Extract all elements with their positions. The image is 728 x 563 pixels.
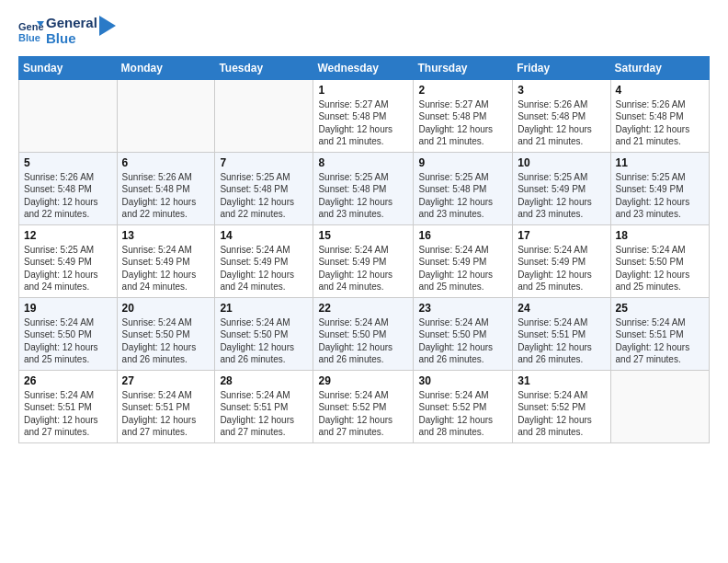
day-info: Sunrise: 5:27 AMSunset: 5:48 PMDaylight:…: [418, 98, 507, 148]
calendar-cell: 16Sunrise: 5:24 AMSunset: 5:49 PMDayligh…: [414, 224, 513, 297]
day-header-thursday: Thursday: [414, 56, 513, 79]
calendar-cell: 31Sunrise: 5:24 AMSunset: 5:52 PMDayligh…: [513, 370, 610, 442]
calendar-cell: 20Sunrise: 5:24 AMSunset: 5:50 PMDayligh…: [117, 297, 215, 370]
day-info: Sunrise: 5:25 AMSunset: 5:48 PMDaylight:…: [220, 171, 308, 221]
day-info: Sunrise: 5:24 AMSunset: 5:50 PMDaylight:…: [418, 316, 507, 366]
day-number: 22: [318, 302, 408, 315]
calendar-week-row: 1Sunrise: 5:27 AMSunset: 5:48 PMDaylight…: [19, 79, 710, 152]
day-info: Sunrise: 5:26 AMSunset: 5:48 PMDaylight:…: [24, 171, 112, 221]
day-info: Sunrise: 5:24 AMSunset: 5:50 PMDaylight:…: [220, 316, 308, 366]
day-number: 21: [220, 302, 308, 315]
logo: General Blue General Blue: [18, 15, 116, 47]
calendar-cell: 3Sunrise: 5:26 AMSunset: 5:48 PMDaylight…: [513, 79, 610, 152]
page: General Blue General Blue SundayMondayTu…: [0, 0, 728, 458]
day-header-tuesday: Tuesday: [215, 56, 313, 79]
day-number: 4: [616, 84, 704, 97]
calendar-cell: 14Sunrise: 5:24 AMSunset: 5:49 PMDayligh…: [215, 224, 313, 297]
day-header-friday: Friday: [513, 56, 610, 79]
calendar-cell: 5Sunrise: 5:26 AMSunset: 5:48 PMDaylight…: [19, 152, 118, 224]
calendar-header-row: SundayMondayTuesdayWednesdayThursdayFrid…: [19, 56, 710, 79]
calendar-cell: 25Sunrise: 5:24 AMSunset: 5:51 PMDayligh…: [610, 297, 709, 370]
day-number: 1: [318, 84, 408, 97]
day-header-monday: Monday: [117, 56, 215, 79]
calendar-cell: 22Sunrise: 5:24 AMSunset: 5:50 PMDayligh…: [313, 297, 414, 370]
day-number: 31: [518, 374, 605, 387]
day-info: Sunrise: 5:24 AMSunset: 5:52 PMDaylight:…: [518, 389, 605, 439]
calendar-cell: 28Sunrise: 5:24 AMSunset: 5:51 PMDayligh…: [215, 370, 313, 442]
day-info: Sunrise: 5:25 AMSunset: 5:48 PMDaylight:…: [318, 171, 408, 221]
day-number: 19: [24, 302, 112, 315]
calendar-cell: 19Sunrise: 5:24 AMSunset: 5:50 PMDayligh…: [19, 297, 118, 370]
day-number: 3: [518, 84, 605, 97]
day-header-saturday: Saturday: [610, 56, 709, 79]
header: General Blue General Blue: [18, 15, 710, 47]
day-number: 12: [24, 229, 112, 242]
day-number: 14: [220, 229, 308, 242]
calendar-week-row: 26Sunrise: 5:24 AMSunset: 5:51 PMDayligh…: [19, 370, 710, 442]
day-header-sunday: Sunday: [19, 56, 118, 79]
day-number: 17: [518, 229, 605, 242]
calendar-cell: 2Sunrise: 5:27 AMSunset: 5:48 PMDaylight…: [414, 79, 513, 152]
day-number: 2: [418, 84, 507, 97]
calendar-cell: 21Sunrise: 5:24 AMSunset: 5:50 PMDayligh…: [215, 297, 313, 370]
day-info: Sunrise: 5:24 AMSunset: 5:49 PMDaylight:…: [418, 244, 507, 293]
day-number: 11: [616, 156, 704, 169]
calendar-cell: 13Sunrise: 5:24 AMSunset: 5:49 PMDayligh…: [117, 224, 215, 297]
day-number: 15: [318, 229, 408, 242]
calendar-table: SundayMondayTuesdayWednesdayThursdayFrid…: [18, 56, 710, 443]
calendar-week-row: 19Sunrise: 5:24 AMSunset: 5:50 PMDayligh…: [19, 297, 710, 370]
logo-blue: Blue: [46, 30, 97, 46]
calendar-cell: 29Sunrise: 5:24 AMSunset: 5:52 PMDayligh…: [313, 370, 414, 442]
calendar-week-row: 5Sunrise: 5:26 AMSunset: 5:48 PMDaylight…: [19, 152, 710, 224]
day-number: 10: [518, 156, 605, 169]
day-info: Sunrise: 5:25 AMSunset: 5:48 PMDaylight:…: [418, 171, 507, 221]
calendar-cell: 23Sunrise: 5:24 AMSunset: 5:50 PMDayligh…: [414, 297, 513, 370]
svg-text:Blue: Blue: [18, 32, 40, 43]
day-number: 26: [24, 374, 112, 387]
day-info: Sunrise: 5:24 AMSunset: 5:49 PMDaylight:…: [318, 244, 408, 293]
day-number: 30: [418, 374, 507, 387]
day-info: Sunrise: 5:24 AMSunset: 5:49 PMDaylight:…: [518, 244, 605, 293]
calendar-cell: 9Sunrise: 5:25 AMSunset: 5:48 PMDaylight…: [414, 152, 513, 224]
logo-icon: General Blue: [18, 17, 44, 43]
day-info: Sunrise: 5:24 AMSunset: 5:50 PMDaylight:…: [122, 316, 210, 366]
day-header-wednesday: Wednesday: [313, 56, 414, 79]
calendar-cell: [19, 79, 118, 152]
day-number: 9: [418, 156, 507, 169]
day-info: Sunrise: 5:24 AMSunset: 5:49 PMDaylight:…: [122, 244, 210, 293]
logo-general: General: [46, 15, 97, 30]
day-number: 13: [122, 229, 210, 242]
day-info: Sunrise: 5:26 AMSunset: 5:48 PMDaylight:…: [122, 171, 210, 221]
calendar-cell: 1Sunrise: 5:27 AMSunset: 5:48 PMDaylight…: [313, 79, 414, 152]
day-number: 6: [122, 156, 210, 169]
calendar-cell: 17Sunrise: 5:24 AMSunset: 5:49 PMDayligh…: [513, 224, 610, 297]
day-info: Sunrise: 5:24 AMSunset: 5:51 PMDaylight:…: [518, 316, 605, 366]
calendar-cell: 26Sunrise: 5:24 AMSunset: 5:51 PMDayligh…: [19, 370, 118, 442]
day-number: 28: [220, 374, 308, 387]
day-number: 25: [616, 302, 704, 315]
day-info: Sunrise: 5:24 AMSunset: 5:51 PMDaylight:…: [24, 389, 112, 439]
calendar-cell: 27Sunrise: 5:24 AMSunset: 5:51 PMDayligh…: [117, 370, 215, 442]
calendar-cell: [215, 79, 313, 152]
day-number: 16: [418, 229, 507, 242]
calendar-cell: 4Sunrise: 5:26 AMSunset: 5:48 PMDaylight…: [610, 79, 709, 152]
day-info: Sunrise: 5:24 AMSunset: 5:51 PMDaylight:…: [616, 316, 704, 366]
calendar-cell: [610, 370, 709, 442]
day-info: Sunrise: 5:24 AMSunset: 5:50 PMDaylight:…: [318, 316, 408, 366]
calendar-cell: 24Sunrise: 5:24 AMSunset: 5:51 PMDayligh…: [513, 297, 610, 370]
calendar-cell: 15Sunrise: 5:24 AMSunset: 5:49 PMDayligh…: [313, 224, 414, 297]
calendar-cell: 6Sunrise: 5:26 AMSunset: 5:48 PMDaylight…: [117, 152, 215, 224]
day-number: 20: [122, 302, 210, 315]
calendar-cell: 10Sunrise: 5:25 AMSunset: 5:49 PMDayligh…: [513, 152, 610, 224]
day-number: 27: [122, 374, 210, 387]
svg-marker-4: [99, 16, 116, 36]
calendar-cell: 30Sunrise: 5:24 AMSunset: 5:52 PMDayligh…: [414, 370, 513, 442]
day-info: Sunrise: 5:24 AMSunset: 5:52 PMDaylight:…: [318, 389, 408, 439]
day-info: Sunrise: 5:24 AMSunset: 5:52 PMDaylight:…: [418, 389, 507, 439]
day-number: 5: [24, 156, 112, 169]
day-info: Sunrise: 5:26 AMSunset: 5:48 PMDaylight:…: [616, 98, 704, 148]
day-number: 24: [518, 302, 605, 315]
day-number: 7: [220, 156, 308, 169]
day-info: Sunrise: 5:25 AMSunset: 5:49 PMDaylight:…: [616, 171, 704, 221]
day-info: Sunrise: 5:24 AMSunset: 5:51 PMDaylight:…: [122, 389, 210, 439]
